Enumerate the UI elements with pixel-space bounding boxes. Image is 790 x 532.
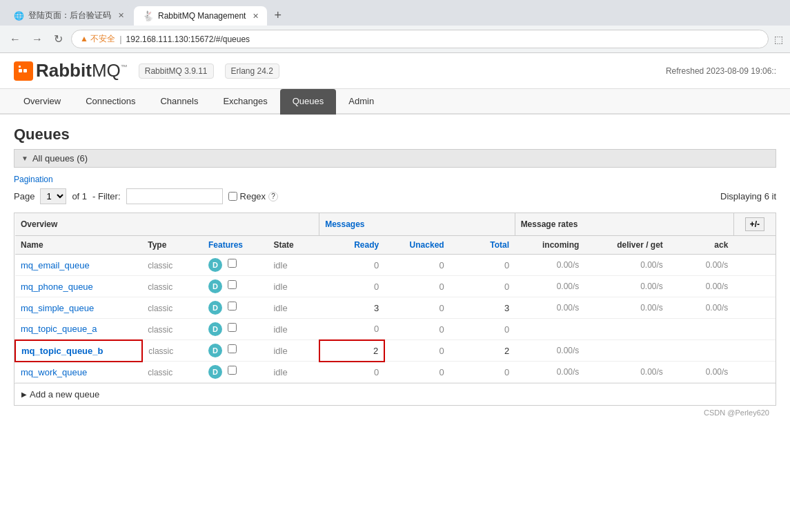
nav-exchanges[interactable]: Exchanges (210, 89, 279, 115)
cell-name[interactable]: mq_topic_queue_a (15, 319, 142, 340)
cell-state: idle (268, 297, 319, 319)
cell-state: idle (268, 276, 319, 297)
forward-button[interactable]: → (29, 32, 46, 47)
cell-total: 2 (450, 340, 515, 362)
cell-toggle-empty (733, 340, 776, 362)
tab-close-1[interactable]: ✕ (118, 11, 124, 20)
cell-name[interactable]: mq_simple_queue (15, 297, 142, 319)
th-ready: Ready (319, 236, 384, 255)
queue-name-link[interactable]: mq_phone_queue (21, 282, 93, 292)
queue-name-link[interactable]: mq_topic_queue_a (21, 324, 97, 334)
cell-unacked: 0 (384, 297, 449, 319)
nav-queues[interactable]: Queues (280, 89, 337, 115)
feature-d-badge: D (208, 258, 222, 272)
th-deliver-get: deliver / get (584, 236, 668, 255)
cell-type: classic (142, 297, 203, 319)
tab-rabbitmq[interactable]: 🐇 RabbitMQ Management ✕ (134, 6, 267, 26)
cell-name[interactable]: mq_phone_queue (15, 276, 142, 297)
cell-name[interactable]: mq_work_queue (15, 362, 142, 383)
add-queue-row[interactable]: ▶ Add a new queue (14, 383, 776, 405)
tab-login[interactable]: 🌐 登陆页面：后台验证码 ✕ (6, 6, 132, 26)
cell-toggle-empty (733, 276, 776, 297)
cell-state: idle (268, 319, 319, 340)
address-bar-row: ← → ↻ ▲ 不安全 | 192.168.111.130:15672/#/qu… (0, 26, 790, 53)
feature-checkbox[interactable] (228, 344, 237, 353)
cell-ack (669, 319, 733, 340)
tab-close-2[interactable]: ✕ (253, 12, 259, 21)
group-toggle[interactable]: +/- (733, 213, 776, 236)
regex-check[interactable]: Regex ? (228, 191, 279, 201)
table-row: mq_topic_queue_b classic D idle 2 0 2 0.… (15, 340, 776, 362)
back-button[interactable]: ← (7, 32, 23, 47)
cell-name[interactable]: mq_email_queue (15, 255, 142, 276)
queue-name-link[interactable]: mq_simple_queue (21, 303, 94, 313)
filter-input[interactable] (126, 188, 223, 204)
cell-deliver: 0.00/s (584, 362, 668, 383)
toggle-button[interactable]: +/- (745, 217, 764, 231)
feature-checkbox[interactable] (228, 366, 237, 375)
cell-features: D (203, 297, 268, 319)
main-nav: Overview Connections Channels Exchanges … (0, 89, 790, 115)
translate-icon[interactable]: ⬚ (774, 34, 783, 45)
svg-rect-2 (19, 66, 21, 68)
feature-checkbox[interactable] (228, 323, 237, 332)
nav-channels[interactable]: Channels (148, 89, 210, 115)
pagination-controls: Page 1 of 1 - Filter: Regex ? Displaying… (14, 188, 776, 204)
table-col-header-row: Name Type Features State Ready Unacked T… (15, 236, 776, 255)
feature-d-badge: D (208, 322, 222, 336)
nav-connections[interactable]: Connections (73, 89, 148, 115)
cell-total: 3 (450, 297, 515, 319)
cell-name[interactable]: mq_topic_queue_b (15, 340, 142, 362)
reload-button[interactable]: ↻ (51, 31, 66, 47)
logo-text: RabbitMQ™ (36, 60, 128, 81)
section-header[interactable]: ▼ All queues (6) (14, 149, 776, 168)
feature-checkbox[interactable] (228, 302, 237, 311)
queue-name-link[interactable]: mq_work_queue (21, 367, 87, 377)
help-icon[interactable]: ? (268, 192, 278, 201)
feature-d-badge: D (208, 365, 222, 379)
cell-ready: 2 (319, 340, 384, 362)
feature-checkbox[interactable] (228, 259, 237, 268)
logo-icon (14, 61, 33, 81)
regex-checkbox[interactable] (228, 192, 237, 201)
security-warning: ▲ 不安全 (80, 33, 115, 45)
queue-name-link[interactable]: mq_email_queue (21, 260, 90, 270)
table-group-header-row: Overview Messages Message rates +/- (15, 213, 776, 236)
th-unacked: Unacked (384, 236, 449, 255)
tab-label-1: 登陆页面：后台验证码 (28, 10, 111, 21)
nav-admin[interactable]: Admin (336, 89, 386, 115)
cell-toggle-empty (733, 362, 776, 383)
nav-overview[interactable]: Overview (11, 89, 73, 115)
th-state: State (268, 236, 319, 255)
url-text: 192.168.111.130:15672/#/queues (126, 35, 250, 44)
cell-state: idle (268, 255, 319, 276)
cell-toggle-empty (733, 319, 776, 340)
cell-features: D (203, 340, 268, 362)
cell-unacked: 0 (384, 276, 449, 297)
add-queue-arrow-icon: ▶ (21, 391, 27, 398)
th-name: Name (15, 236, 142, 255)
page-select[interactable]: 1 (40, 188, 66, 204)
th-incoming: incoming (515, 236, 584, 255)
pagination-label[interactable]: Pagination (14, 175, 776, 184)
cell-deliver: 0.00/s (584, 297, 668, 319)
logo: RabbitMQ™ (14, 60, 128, 81)
tab-favicon-2: 🐇 (142, 10, 154, 21)
cell-deliver (584, 319, 668, 340)
queue-name-link[interactable]: mq_topic_queue_b (21, 346, 103, 356)
rabbitmq-app: RabbitMQ™ RabbitMQ 3.9.11 Erlang 24.2 Re… (0, 53, 790, 431)
table-row: mq_phone_queue classic D idle 0 0 0 0.00… (15, 276, 776, 297)
cell-ack: 0.00/s (669, 276, 733, 297)
table-row: mq_work_queue classic D idle 0 0 0 0.00/… (15, 362, 776, 383)
displaying-info: Displaying 6 it (720, 191, 776, 201)
pagination-section: Pagination Page 1 of 1 - Filter: Regex ?… (14, 175, 776, 204)
new-tab-button[interactable]: + (268, 6, 287, 26)
table-row: mq_topic_queue_a classic D idle 0 0 0 (15, 319, 776, 340)
cell-ack: 0.00/s (669, 362, 733, 383)
address-bar[interactable]: ▲ 不安全 | 192.168.111.130:15672/#/queues (71, 30, 769, 48)
feature-checkbox[interactable] (228, 280, 237, 289)
cell-deliver: 0.00/s (584, 276, 668, 297)
cell-deliver (584, 340, 668, 362)
section-label: All queues (6) (32, 153, 88, 164)
cell-features: D (203, 255, 268, 276)
